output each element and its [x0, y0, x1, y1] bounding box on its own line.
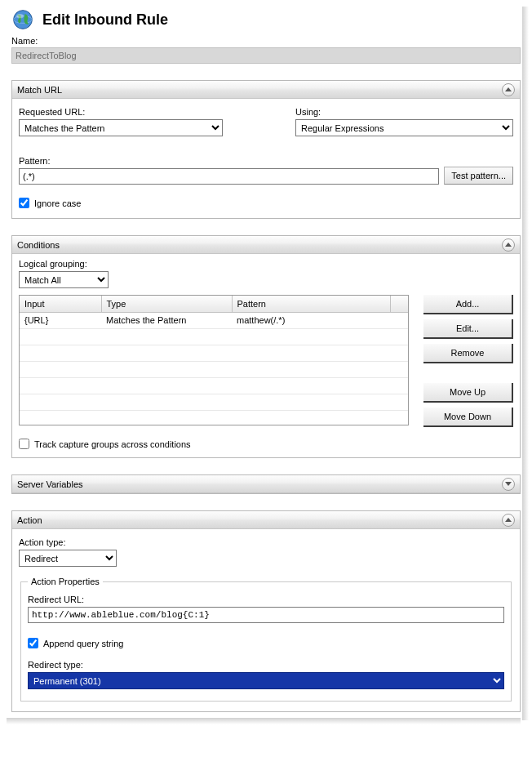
table-row: [20, 394, 408, 410]
table-row: [20, 345, 408, 361]
chevron-down-icon: [505, 482, 512, 486]
remove-condition-button[interactable]: Remove: [423, 344, 513, 363]
conditions-title: Conditions: [17, 240, 60, 250]
globe-icon: [11, 8, 34, 31]
using-label: Using:: [295, 107, 513, 117]
col-pattern[interactable]: Pattern: [232, 296, 390, 312]
collapse-button-conditions[interactable]: [502, 238, 515, 252]
chevron-up-icon: [505, 87, 512, 91]
move-down-button[interactable]: Move Down: [423, 408, 513, 427]
ignore-case-checkbox[interactable]: [19, 198, 29, 208]
pattern-input[interactable]: [19, 168, 439, 185]
requested-url-select[interactable]: Matches the Pattern: [19, 119, 223, 136]
collapse-button-match[interactable]: [502, 83, 515, 96]
table-row[interactable]: {URL} Matches the Pattern matthew(/.*): [20, 312, 408, 328]
action-title: Action: [17, 515, 42, 525]
using-select[interactable]: Regular Expressions: [295, 119, 513, 136]
server-variables-panel: Server Variables: [11, 474, 521, 494]
pattern-label: Pattern:: [19, 156, 439, 166]
move-up-button[interactable]: Move Up: [423, 383, 513, 403]
table-row: [20, 410, 408, 425]
svg-point-0: [14, 11, 33, 29]
redirect-url-label: Redirect URL:: [28, 595, 504, 604]
table-row: [20, 377, 408, 394]
redirect-type-select[interactable]: Permanent (301): [28, 672, 504, 689]
conditions-table[interactable]: Input Type Pattern {URL} Matches the Pat…: [20, 296, 408, 425]
logical-grouping-select[interactable]: Match All: [19, 271, 109, 288]
conditions-table-wrap: Input Type Pattern {URL} Matches the Pat…: [19, 295, 409, 425]
ignore-case-label: Ignore case: [34, 198, 81, 208]
collapse-button-action[interactable]: [502, 514, 515, 527]
edit-condition-button[interactable]: Edit...: [423, 319, 513, 339]
col-type[interactable]: Type: [101, 296, 232, 312]
page-title: Edit Inbound Rule: [42, 11, 168, 29]
requested-url-label: Requested URL:: [19, 107, 237, 117]
action-properties-legend: Action Properties: [28, 577, 103, 586]
action-type-select[interactable]: Redirect: [19, 550, 117, 567]
table-row: [20, 361, 408, 377]
conditions-panel: Conditions Logical grouping: Match All I…: [11, 235, 521, 458]
name-label: Name:: [11, 36, 521, 46]
track-groups-label: Track capture groups across conditions: [34, 439, 191, 449]
action-type-label: Action type:: [19, 537, 513, 547]
server-variables-title: Server Variables: [17, 479, 83, 489]
track-groups-checkbox[interactable]: [19, 439, 29, 449]
col-spacer: [390, 296, 408, 312]
test-pattern-button[interactable]: Test pattern...: [444, 167, 513, 185]
logical-grouping-label: Logical grouping:: [19, 259, 513, 269]
add-condition-button[interactable]: Add...: [423, 295, 513, 314]
append-query-checkbox[interactable]: [28, 638, 38, 648]
action-panel: Action Action type: Redirect Action Prop…: [11, 510, 521, 712]
page-header: Edit Inbound Rule: [11, 8, 521, 31]
append-query-label: Append query string: [43, 639, 123, 648]
conditions-button-stack: Add... Edit... Remove Move Up Move Down: [423, 295, 513, 427]
chevron-up-icon: [505, 243, 512, 247]
action-properties-fieldset: Action Properties Redirect URL: Append q…: [20, 577, 512, 702]
collapse-button-servervars[interactable]: [502, 478, 515, 491]
match-url-title: Match URL: [17, 85, 62, 95]
chevron-up-icon: [505, 518, 512, 522]
svg-point-2: [16, 14, 24, 18]
redirect-url-input[interactable]: [28, 607, 504, 623]
table-row: [20, 328, 408, 345]
match-url-panel: Match URL Requested URL: Matches the Pat…: [11, 80, 521, 219]
name-input: [11, 47, 521, 64]
col-input[interactable]: Input: [20, 296, 101, 312]
redirect-type-label: Redirect type:: [28, 660, 504, 670]
